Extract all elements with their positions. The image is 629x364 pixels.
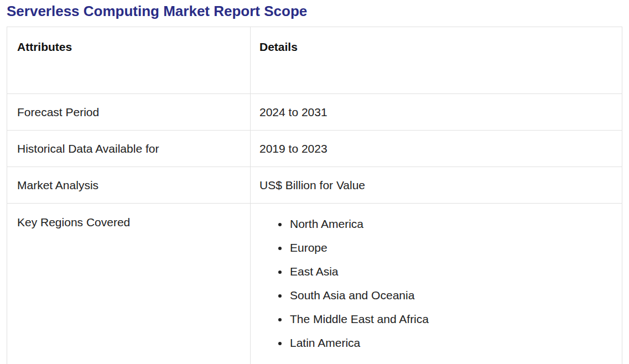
table-row-historical-data: Historical Data Available for 2019 to 20…: [7, 131, 622, 167]
column-header-attributes: Attributes: [7, 27, 251, 94]
detail-cell: North America Europe East Asia South Asi…: [251, 204, 622, 364]
detail-cell: US$ Billion for Value: [251, 167, 622, 204]
attribute-cell: Market Analysis: [7, 167, 251, 204]
table-row-market-analysis: Market Analysis US$ Billion for Value: [7, 167, 622, 204]
page-title: Serverless Computing Market Report Scope: [0, 0, 629, 20]
list-item-latin-america: Latin America: [289, 337, 615, 349]
column-header-details: Details: [251, 27, 622, 94]
detail-cell: 2024 to 2031: [251, 94, 622, 131]
list-item-north-america: North America: [289, 218, 615, 230]
detail-cell: 2019 to 2023: [251, 131, 622, 167]
list-item-europe: Europe: [289, 242, 615, 254]
list-item-east-asia: East Asia: [289, 266, 615, 278]
table-header-row: Attributes Details: [7, 27, 622, 94]
regions-list: North America Europe East Asia South Asi…: [259, 218, 615, 349]
list-item-south-asia-oceania: South Asia and Oceania: [289, 289, 615, 301]
attribute-cell: Forecast Period: [7, 94, 251, 131]
attribute-cell: Key Regions Covered: [7, 204, 251, 364]
report-scope-table: Attributes Details Forecast Period 2024 …: [7, 27, 622, 364]
table-row-forecast-period: Forecast Period 2024 to 2031: [7, 94, 622, 131]
attribute-cell: Historical Data Available for: [7, 131, 251, 167]
list-item-middle-east-africa: The Middle East and Africa: [289, 313, 615, 325]
report-scope-page: Serverless Computing Market Report Scope…: [0, 0, 629, 364]
table-row-key-regions: Key Regions Covered North America Europe…: [7, 204, 622, 364]
